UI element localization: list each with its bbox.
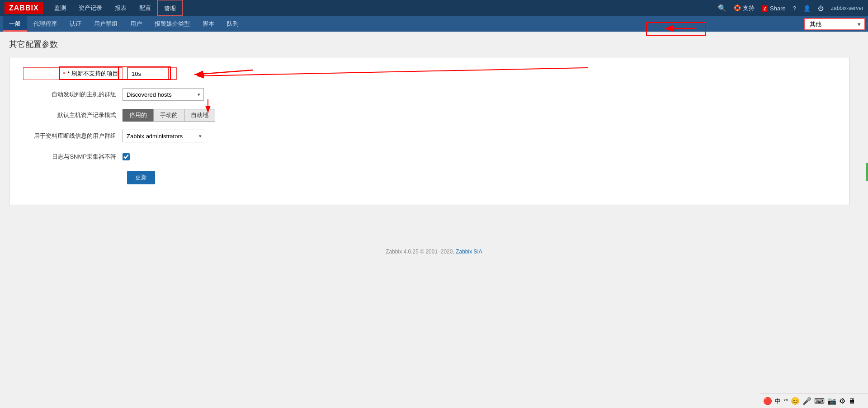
update-row: 更新 <box>127 170 836 185</box>
nav-assets[interactable]: 资产记录 <box>72 0 108 16</box>
other-select-wrapper: 其他 GUI 自动发现 图像 图标映射 正则表达式 宏 值映射 工作时间 触发器… <box>804 18 865 30</box>
footer-text: Zabbix 4.0.25 © 2001–2020, <box>386 249 454 255</box>
help-icon[interactable]: ? <box>793 5 796 12</box>
subnav-media[interactable]: 报警媒介类型 <box>148 16 196 32</box>
logo[interactable]: ZABBIX <box>5 2 43 14</box>
update-button[interactable]: 更新 <box>127 171 155 184</box>
group-label: 自动发现到的主机的群组 <box>23 90 123 98</box>
logout-icon[interactable]: ⏻ <box>818 5 824 12</box>
page-content: 其它配置参数 * * 刷新不支持的项目 自动发现到的主机的群组 Discover… <box>0 32 868 212</box>
subnav-auth[interactable]: 认证 <box>63 16 88 32</box>
usergroup-label: 用于资料库断线信息的用户群组 <box>23 132 123 140</box>
inventory-disabled-btn[interactable]: 停用的 <box>123 109 153 122</box>
inventory-auto-btn[interactable]: 自动地 <box>184 109 215 122</box>
subnav-proxy[interactable]: 代理程序 <box>27 16 63 32</box>
refresh-row: * * 刷新不支持的项目 <box>23 66 836 81</box>
refresh-label-box: * * 刷新不支持的项目 <box>23 67 123 80</box>
search-icon[interactable]: 🔍 <box>718 4 726 12</box>
subnav-right: 其他 GUI 自动发现 图像 图标映射 正则表达式 宏 值映射 工作时间 触发器… <box>804 18 865 30</box>
scrollbar-indicator <box>866 163 868 181</box>
nav-config[interactable]: 配置 <box>133 0 157 16</box>
subnav-scripts[interactable]: 脚本 <box>196 16 221 32</box>
nav-admin[interactable]: 管理 <box>157 0 183 16</box>
nav-right: 🔍 🛟 支持 Z Share ? 👤 ⏻ zabbix-server <box>718 4 863 12</box>
usergroup-select[interactable]: Zabbix administrators No access to the f… <box>123 130 205 142</box>
group-row: 自动发现到的主机的群组 Discovered hosts Linux serve… <box>23 87 836 102</box>
required-star: * <box>63 70 65 77</box>
refresh-input[interactable] <box>127 67 177 80</box>
snmp-row: 日志与SNMP采集器不符 <box>23 150 836 164</box>
group-select-wrap: Discovered hosts Linux servers Windows s… <box>123 88 204 101</box>
zshare-icon: Z <box>762 5 769 12</box>
share-link[interactable]: Z Share <box>762 5 786 12</box>
server-name: zabbix-server <box>831 5 863 11</box>
subnav-queue[interactable]: 队列 <box>221 16 245 32</box>
subnav-users[interactable]: 用户 <box>124 16 148 32</box>
sub-navbar: 一般 代理程序 认证 用户群组 用户 报警媒介类型 脚本 队列 其他 GUI 自… <box>0 16 868 32</box>
support-link[interactable]: 🛟 支持 <box>734 4 755 12</box>
nav-reports[interactable]: 报表 <box>108 0 133 16</box>
page-title: 其它配置参数 <box>9 39 859 50</box>
inventory-label: 默认主机资产记录模式 <box>23 111 123 119</box>
footer-link[interactable]: Zabbix SIA <box>456 249 482 255</box>
footer: Zabbix 4.0.25 © 2001–2020, Zabbix SIA <box>0 239 868 264</box>
other-select[interactable]: 其他 GUI 自动发现 图像 图标映射 正则表达式 宏 值映射 工作时间 触发器… <box>805 19 864 29</box>
subnav-usergroups[interactable]: 用户群组 <box>88 16 124 32</box>
form-card: * * 刷新不支持的项目 自动发现到的主机的群组 Discovered host… <box>9 57 850 205</box>
support-icon: 🛟 <box>734 5 741 11</box>
inventory-row: 默认主机资产记录模式 停用的 手动的 自动地 <box>23 108 836 122</box>
usergroup-row: 用于资料库断线信息的用户群组 Zabbix administrators No … <box>23 129 836 143</box>
refresh-label: * 刷新不支持的项目 <box>67 70 118 78</box>
snmp-label: 日志与SNMP采集器不符 <box>23 153 123 161</box>
top-navbar: ZABBIX 监测 资产记录 报表 配置 管理 🔍 🛟 支持 Z Share ?… <box>0 0 868 16</box>
subnav-general[interactable]: 一般 <box>3 16 27 32</box>
inventory-btn-group: 停用的 手动的 自动地 <box>123 109 215 122</box>
user-icon[interactable]: 👤 <box>803 5 811 12</box>
inventory-manual-btn[interactable]: 手动的 <box>153 109 184 122</box>
group-select[interactable]: Discovered hosts Linux servers Windows s… <box>123 88 204 101</box>
nav-monitoring[interactable]: 监测 <box>48 0 72 16</box>
snmp-checkbox[interactable] <box>123 153 130 160</box>
usergroup-select-wrap: Zabbix administrators No access to the f… <box>123 130 205 142</box>
